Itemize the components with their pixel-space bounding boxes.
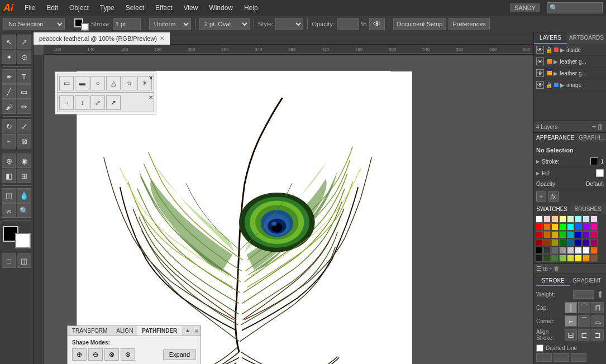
opacity-input[interactable]: 100: [337, 18, 359, 30]
stroke-weight-panel-input[interactable]: 1 pt: [573, 290, 594, 299]
swatch-cell[interactable]: [583, 223, 590, 231]
menu-view[interactable]: View: [179, 3, 203, 13]
menu-object[interactable]: Object: [65, 3, 93, 13]
graphic-styles-tab[interactable]: GRAPHI...: [576, 133, 606, 142]
fill-color-swatch[interactable]: [596, 169, 604, 177]
shape-builder-tool[interactable]: ⊕: [2, 154, 16, 168]
intersect-btn[interactable]: ⊗: [104, 348, 119, 361]
align-inside-btn[interactable]: ⊏: [578, 329, 590, 341]
perspective-tool[interactable]: ◧: [2, 169, 16, 183]
layer-expand-4[interactable]: ▶: [560, 82, 565, 88]
layer-visibility-4[interactable]: 👁: [536, 81, 544, 89]
swatches-tab[interactable]: SWATCHES: [534, 204, 570, 214]
layer-expand-2[interactable]: ▶: [553, 59, 558, 65]
exclude-btn[interactable]: ⊛: [121, 348, 135, 361]
gradient-tool[interactable]: ◫: [2, 188, 16, 203]
fill-stroke-indicator[interactable]: [73, 17, 89, 31]
live-paint-tool[interactable]: ◉: [17, 154, 31, 168]
transform-toolbar-close[interactable]: ✕: [149, 94, 153, 100]
stroke-weight-input[interactable]: [113, 18, 141, 30]
swatch-cell[interactable]: [575, 215, 582, 223]
delete-layer-btn[interactable]: 🗑: [597, 123, 604, 131]
swatch-cell[interactable]: [567, 231, 574, 238]
swatch-cell[interactable]: [590, 247, 598, 254]
move-v-btn[interactable]: ↕: [75, 95, 89, 110]
weight-up-btn[interactable]: ⬆: [597, 289, 604, 300]
swatch-cell[interactable]: [567, 247, 574, 254]
gradient-tab[interactable]: GRADIENT: [570, 276, 604, 286]
document-tab[interactable]: peacock feather.ai @ 100% (RGB/Preview) …: [34, 32, 170, 45]
stroke-type-dropdown[interactable]: Uniform: [149, 18, 191, 30]
pen-tool[interactable]: ✒: [2, 69, 16, 84]
new-swatch-btn[interactable]: +: [549, 265, 552, 272]
swatch-cell[interactable]: [543, 231, 551, 238]
swatch-cell[interactable]: [559, 239, 566, 246]
swatch-cell[interactable]: [551, 255, 559, 262]
butt-cap-btn[interactable]: |: [565, 302, 577, 313]
warp-tool[interactable]: ~: [2, 134, 16, 149]
free-transform-tool[interactable]: ⊠: [17, 134, 31, 149]
polygon-shape-btn[interactable]: △: [106, 76, 121, 90]
layer-item-feather1[interactable]: 👁 ▶ feather g...: [534, 56, 606, 68]
align-center-btn[interactable]: ⊟: [565, 329, 577, 341]
move-diag-btn[interactable]: ⤢: [90, 95, 105, 110]
swatch-cell[interactable]: [590, 255, 598, 262]
artboards-tab[interactable]: ARTBOARDS: [567, 32, 606, 44]
swatch-cell[interactable]: [567, 215, 574, 223]
minus-front-btn[interactable]: ⊖: [88, 348, 103, 361]
swatch-cell[interactable]: [567, 239, 574, 246]
transform-tab[interactable]: TRANSFORM: [68, 326, 112, 336]
layer-visibility-1[interactable]: 👁: [536, 46, 544, 54]
swatch-cell[interactable]: [543, 247, 551, 254]
swatch-cell[interactable]: [559, 231, 566, 238]
line-tool[interactable]: ╱: [2, 84, 16, 99]
scale-tool[interactable]: ⤢: [17, 119, 31, 133]
swatch-cell[interactable]: [551, 231, 559, 238]
lasso-tool[interactable]: ⊙: [17, 50, 31, 64]
move-h-btn[interactable]: ↔: [59, 95, 74, 110]
swatch-cell[interactable]: [559, 215, 566, 223]
rounded-rect-shape-btn[interactable]: ▬: [75, 76, 89, 90]
rect-shape-btn[interactable]: ▭: [59, 76, 74, 90]
layer-visibility-2[interactable]: 👁: [536, 58, 544, 65]
swatch-cell[interactable]: [551, 247, 559, 254]
icon-visibility-btn[interactable]: 👁: [369, 18, 385, 30]
style-dropdown[interactable]: [275, 18, 303, 30]
menu-edit[interactable]: Edit: [42, 3, 63, 13]
fx-btn[interactable]: fx: [548, 191, 559, 202]
rotate-free-btn[interactable]: ↗: [106, 95, 121, 110]
canvas-area[interactable]: peacock feather.ai @ 100% (RGB/Preview) …: [34, 32, 533, 364]
swatch-cell[interactable]: [559, 255, 566, 262]
swatch-cell[interactable]: [575, 239, 582, 246]
menu-effect[interactable]: Effect: [151, 3, 176, 13]
bevel-join-btn[interactable]: ⌓: [591, 315, 604, 327]
tab-close-button[interactable]: ✕: [160, 35, 164, 41]
swatch-cell[interactable]: [575, 247, 582, 254]
swatch-cell[interactable]: [567, 255, 574, 262]
pencil-tool[interactable]: ✏: [17, 99, 31, 114]
swatch-cell[interactable]: [590, 223, 598, 231]
swatch-cell[interactable]: [583, 231, 590, 238]
align-outside-btn[interactable]: ⊐: [591, 329, 604, 341]
selection-dropdown[interactable]: No Selection: [3, 18, 65, 30]
menu-select[interactable]: Select: [121, 3, 149, 13]
mask-mode-btn[interactable]: ◫: [17, 253, 31, 268]
unite-btn[interactable]: ⊕: [72, 348, 87, 361]
layers-tab[interactable]: LAYERS: [534, 32, 567, 44]
appearance-stroke-row[interactable]: ▶ Stroke: 1: [536, 156, 604, 167]
swatch-cell[interactable]: [551, 239, 559, 246]
delete-swatch-btn[interactable]: 🗑: [553, 265, 560, 272]
new-swatch-group-btn[interactable]: ⊞: [543, 265, 548, 272]
menu-help[interactable]: Help: [240, 3, 263, 13]
menu-file[interactable]: File: [20, 3, 40, 13]
swatch-cell[interactable]: [559, 247, 566, 254]
layer-lock-1[interactable]: 🔒: [546, 47, 552, 53]
stroke-color-swatch[interactable]: [590, 157, 598, 165]
align-tab[interactable]: ALIGN: [112, 326, 137, 336]
appearance-fill-row[interactable]: ▶ Fill:: [536, 167, 604, 179]
normal-mode-btn[interactable]: □: [2, 253, 16, 268]
swatch-cell[interactable]: [559, 223, 566, 231]
swatch-cell[interactable]: [543, 223, 551, 231]
swatch-cell[interactable]: [583, 255, 590, 262]
swatch-libraries-btn[interactable]: ☰: [536, 265, 542, 272]
